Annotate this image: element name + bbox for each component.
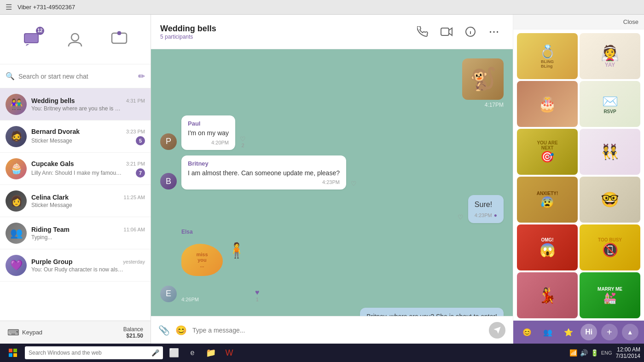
- office-icon[interactable]: W: [221, 346, 238, 360]
- sticker-sk9[interactable]: OMG!😱: [517, 224, 578, 270]
- conversation-item-wedding-bells[interactable]: 👫 Wedding bells 4:31 PM You: Britney whe…: [0, 88, 151, 121]
- send-button[interactable]: [489, 322, 505, 339]
- taskbar: 🎤 ⬜ e 📁 W 📶 🔊 🔋 ENG 12:00 AM 7/31/2014: [0, 344, 644, 362]
- sticker-hi-button[interactable]: Hi: [580, 324, 597, 340]
- sticker-sk4[interactable]: ✉️RSVP: [580, 81, 640, 127]
- paul-heart-icon[interactable]: ♡: [240, 135, 246, 143]
- sticker-add-button[interactable]: +: [601, 324, 618, 340]
- sticker-star-button[interactable]: ⭐: [560, 324, 577, 340]
- conv-top: Wedding bells 4:31 PM: [31, 97, 145, 104]
- conv-preview: Sticker Message: [31, 202, 72, 208]
- task-view-icon[interactable]: ⬜: [166, 346, 182, 360]
- more-tab-button[interactable]: [105, 26, 133, 53]
- final-text: Britney, where are you? She is about to …: [366, 312, 497, 316]
- sticker-sk3[interactable]: 🎂: [517, 81, 578, 127]
- sticker-panel-header: Close: [513, 15, 644, 29]
- sticker-sk10[interactable]: TOO BUSY📵: [580, 224, 640, 270]
- balance-display: Balance $21.50: [123, 326, 143, 339]
- paul-text: I'm on my way: [188, 129, 229, 138]
- paul-sender: Paul: [188, 120, 229, 127]
- elsa-sticker: missyou... 🧍: [181, 237, 250, 297]
- sticker-people-button[interactable]: 👥: [540, 324, 556, 340]
- chat-title: Wedding bells: [160, 24, 406, 34]
- message-input[interactable]: [192, 327, 483, 334]
- conv-time: 3:23 PM: [126, 129, 145, 134]
- sticker-sk1[interactable]: 💍BLINGBLing: [517, 33, 578, 79]
- elsa-sender: Elsa: [181, 229, 250, 235]
- britney-bubble: Britney I am almost there. Can someone u…: [181, 155, 346, 190]
- sticker-sk12[interactable]: MARRY ME💒: [580, 272, 640, 318]
- chats-tab-button[interactable]: 12: [17, 26, 45, 53]
- conversation-item-purple-group[interactable]: 💜 Purple Group yesterday You: Our Rudy c…: [0, 249, 151, 282]
- hamburger-icon[interactable]: ☰: [6, 3, 12, 11]
- chat-header: Wedding bells 5 participants: [151, 15, 513, 49]
- keypad-label: Keypad: [22, 329, 42, 336]
- chat-title-block: Wedding bells 5 participants: [160, 24, 406, 40]
- britney-heart-block: ♡: [351, 179, 357, 188]
- sure-meta: 4:23PM ●: [475, 212, 497, 218]
- sticker-sk8[interactable]: 🤓: [580, 177, 640, 223]
- contacts-tab-button[interactable]: [61, 26, 89, 53]
- taskbar-system-area: 📶 🔊 🔋 ENG 12:00 AM 7/31/2014: [569, 346, 640, 359]
- sticker-recent-button[interactable]: 😊: [519, 324, 535, 340]
- file-explorer-icon[interactable]: 📁: [203, 346, 219, 360]
- conv-info: Celina Clark 11:25 AM Sticker Message: [31, 194, 145, 208]
- language-icon[interactable]: ENG: [601, 350, 612, 356]
- sticker-sk6[interactable]: 👯: [580, 129, 640, 175]
- mic-icon[interactable]: 🎤: [151, 349, 159, 356]
- start-button[interactable]: [4, 346, 22, 360]
- sticker-panel-footer: 😊 👥 ⭐ Hi + ▲: [513, 321, 644, 344]
- conv-preview: Sticker Message: [31, 138, 72, 144]
- conv-name: Purple Group: [31, 258, 72, 265]
- britney-heart-icon[interactable]: ♡: [351, 180, 357, 187]
- sticker-sk7[interactable]: ANXIETY!😰: [517, 177, 578, 223]
- video-call-button[interactable]: [437, 23, 456, 41]
- network-icon[interactable]: 📶: [569, 349, 577, 356]
- taskbar-search-input[interactable]: [29, 350, 149, 356]
- svg-rect-10: [13, 349, 17, 352]
- conversation-item-riding-team[interactable]: 👥 Riding Team 11:06 AM Typing...: [0, 217, 151, 249]
- compose-icon[interactable]: ✏: [138, 71, 145, 81]
- search-input[interactable]: [18, 73, 134, 80]
- elsa-like-count: 1: [256, 297, 259, 302]
- britney-sender: Britney: [188, 160, 340, 167]
- paul-time: 4:20PM: [211, 140, 229, 145]
- conversation-item-celina-clark[interactable]: 👩 Celina Clark 11:25 AM Sticker Message: [0, 185, 151, 217]
- emoji-icon[interactable]: 😊: [175, 325, 187, 336]
- paul-avatar: P: [160, 133, 177, 150]
- info-button[interactable]: [461, 23, 480, 41]
- conversation-item-bernard-dvorak[interactable]: 🧔 Bernard Dvorak 3:23 PM Sticker Message…: [0, 121, 151, 153]
- conv-time: yesterday: [123, 259, 145, 264]
- sure-heart-icon[interactable]: ♡: [458, 213, 464, 221]
- taskbar-search-bar: 🎤: [25, 346, 163, 359]
- message-row-britney: B Britney I am almost there. Can someone…: [160, 155, 504, 190]
- conv-info: Wedding bells 4:31 PM You: Britney where…: [31, 97, 145, 112]
- sticker-sk5[interactable]: YOU ARENEXT🎯: [517, 129, 578, 175]
- svg-rect-9: [9, 349, 12, 352]
- conv-preview: You: Our Rudy character is now also turn…: [31, 266, 123, 273]
- battery-icon[interactable]: 🔋: [591, 349, 598, 356]
- sticker-panel-close[interactable]: Close: [623, 18, 638, 25]
- more-options-button[interactable]: ···: [485, 23, 504, 41]
- sticker-up-button[interactable]: ▲: [622, 324, 638, 340]
- sidebar-footer: ⌨ Keypad Balance $21.50: [0, 321, 151, 344]
- conversation-item-cupcake-gals[interactable]: 🧁 Cupcake Gals 3:21 PM Lilly Ann: Should…: [0, 153, 151, 185]
- conv-bottom: You: Our Rudy character is now also turn…: [31, 266, 145, 273]
- edge-icon[interactable]: e: [184, 346, 201, 360]
- volume-icon[interactable]: 🔊: [580, 349, 588, 356]
- chat-subtitle: 5 participants: [160, 34, 406, 40]
- sticker-sk11[interactable]: 💃: [517, 272, 578, 318]
- main-layout: 12 🔍 ✏ 👫: [0, 15, 644, 344]
- sticker-top-row: 🐒 4:17PM: [160, 58, 504, 110]
- conv-top: Riding Team 11:06 AM: [31, 226, 145, 233]
- conv-top: Purple Group yesterday: [31, 258, 145, 265]
- balance-label: Balance: [123, 326, 143, 333]
- keypad-button[interactable]: ⌨ Keypad: [7, 328, 42, 338]
- attachment-icon[interactable]: 📎: [158, 325, 170, 336]
- voice-call-button[interactable]: [413, 23, 432, 41]
- sure-bubble: Sure! 4:23PM ●: [468, 195, 504, 223]
- sticker-sk2[interactable]: 👰YAY: [580, 33, 640, 79]
- paul-meta: 4:20PM: [188, 140, 229, 145]
- elsa-heart-icon[interactable]: ♥: [255, 288, 260, 297]
- conv-top: Cupcake Gals 3:21 PM: [31, 160, 145, 167]
